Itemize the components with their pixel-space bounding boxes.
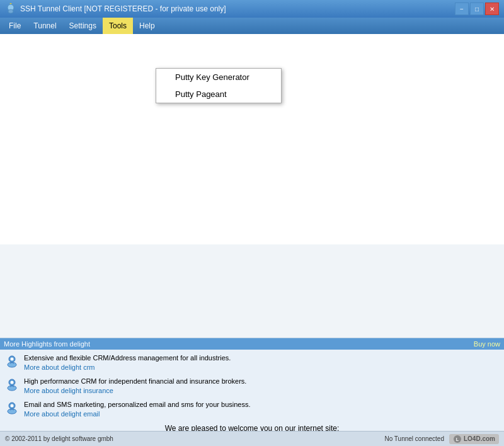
highlight-text-crm: Extensive and flexible CRM/Address manag…	[24, 353, 231, 373]
lo4d-icon: L	[453, 435, 462, 443]
email-icon	[5, 401, 19, 415]
app-icon	[5, 3, 16, 14]
white-area	[0, 34, 504, 244]
svg-point-5	[8, 362, 16, 367]
svg-point-8	[8, 386, 16, 391]
menu-item-tunnel[interactable]: Tunnel	[27, 18, 62, 34]
highlight-row-crm: Extensive and flexible CRM/Address manag…	[5, 353, 499, 373]
svg-point-12	[11, 404, 14, 407]
highlight-row-insurance: High performance CRM for independent fin…	[5, 377, 499, 396]
highlights-header: More Highlights from delight Buy now	[0, 338, 504, 350]
svg-point-1	[8, 9, 13, 13]
menu-item-file[interactable]: File	[3, 18, 27, 34]
tunnel-status: No Tunnel connected	[384, 435, 444, 442]
menu-bar: File Tunnel Settings Tools Help	[0, 18, 504, 34]
window-title: SSH Tunnel Client [NOT REGISTERED - for …	[20, 4, 226, 13]
maximize-button[interactable]: □	[470, 3, 484, 15]
window-controls: − □ ✕	[455, 3, 499, 15]
svg-point-6	[11, 358, 14, 361]
status-bar: © 2002-2011 by delight software gmbh No …	[0, 431, 504, 446]
crm-icon	[5, 354, 19, 368]
crm-link[interactable]: More about delight crm	[24, 363, 231, 372]
highlights-panel: More Highlights from delight Buy now Ext…	[0, 338, 504, 431]
insurance-link[interactable]: More about delight insurance	[24, 386, 246, 396]
email-link[interactable]: More about delight email	[24, 409, 251, 419]
status-right: No Tunnel connected L LO4D.com	[384, 434, 499, 444]
dropdown-item-putty-key-generator[interactable]: Putty Key Generator	[156, 69, 281, 86]
menu-item-settings[interactable]: Settings	[63, 18, 103, 34]
svg-point-9	[11, 380, 14, 384]
lo4d-badge: L LO4D.com	[449, 434, 499, 444]
close-button[interactable]: ✕	[485, 3, 499, 15]
svg-text:L: L	[456, 437, 459, 442]
highlights-title: More Highlights from delight	[4, 340, 90, 348]
title-bar: SSH Tunnel Client [NOT REGISTERED - for …	[0, 0, 504, 18]
svg-point-11	[8, 409, 16, 414]
buy-now-link[interactable]: Buy now	[474, 340, 500, 348]
highlight-text-email: Email and SMS marketing, personalized em…	[24, 400, 251, 420]
copyright-text: © 2002-2011 by delight software gmbh	[5, 435, 113, 442]
menu-item-help[interactable]: Help	[133, 18, 161, 34]
minimize-button[interactable]: −	[455, 3, 469, 15]
insurance-icon	[5, 377, 19, 391]
main-content: Putty Key Generator Putty Pageant	[0, 34, 504, 338]
highlights-body: Extensive and flexible CRM/Address manag…	[0, 350, 504, 423]
dropdown-item-putty-pageant[interactable]: Putty Pageant	[156, 86, 281, 103]
menu-item-tools[interactable]: Tools	[103, 18, 133, 34]
highlight-row-email: Email and SMS marketing, personalized em…	[5, 400, 499, 420]
svg-point-3	[10, 3, 12, 4]
tools-dropdown: Putty Key Generator Putty Pageant	[156, 68, 282, 103]
highlight-text-insurance: High performance CRM for independent fin…	[24, 377, 246, 396]
